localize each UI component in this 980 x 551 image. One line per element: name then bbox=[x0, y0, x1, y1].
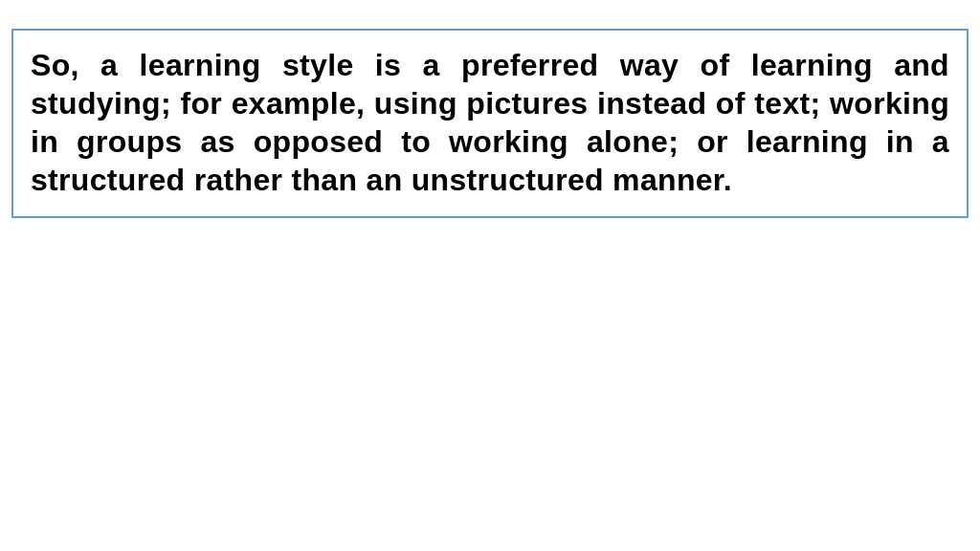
main-paragraph: So, a learning style is a preferred way … bbox=[31, 46, 949, 199]
content-box: So, a learning style is a preferred way … bbox=[11, 29, 969, 218]
